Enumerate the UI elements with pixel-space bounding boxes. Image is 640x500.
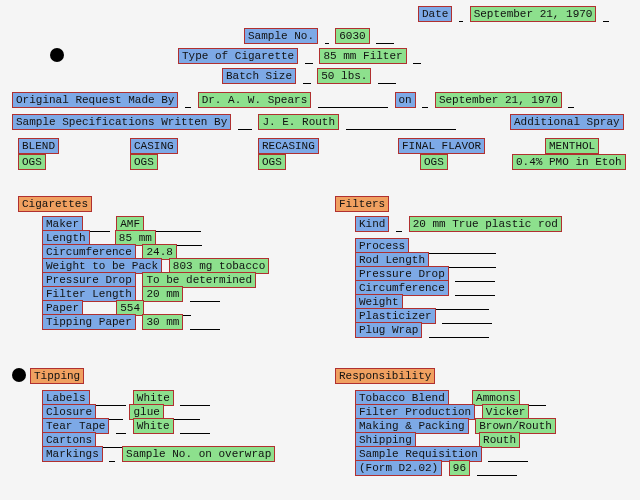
on-label: on — [395, 92, 416, 108]
type-label: Type of Cigarette — [178, 48, 298, 64]
casing-label: CASING — [130, 138, 178, 154]
tipping-heading: Tipping — [30, 368, 84, 384]
orig-request-by: Dr. A. W. Spears — [198, 92, 312, 108]
blend-label: BLEND — [18, 138, 59, 154]
cigarettes-heading: Cigarettes — [18, 196, 92, 212]
recasing-label: RECASING — [258, 138, 319, 154]
filters-heading: Filters — [335, 196, 389, 212]
date-label: Date — [418, 6, 452, 22]
ogs-4: OGS — [420, 154, 448, 170]
sample-no-label: Sample No. — [244, 28, 318, 44]
batch-label: Batch Size — [222, 68, 296, 84]
addl-spray-label: Additional Spray — [510, 114, 624, 130]
ogs-3: OGS — [258, 154, 286, 170]
tip-label: Tipping Paper — [42, 314, 136, 330]
batch-value: 50 lbs. — [317, 68, 371, 84]
bullet-icon — [12, 368, 26, 382]
sample-no-value: 6030 — [335, 28, 369, 44]
bullet-icon — [50, 48, 64, 62]
form-label: (Form D2.02) — [355, 460, 442, 476]
date-value: September 21, 1970 — [470, 6, 597, 22]
on-value: September 21, 1970 — [435, 92, 562, 108]
spec-label: Sample Specifications Written By — [12, 114, 231, 130]
ogs-1: OGS — [18, 154, 46, 170]
menthol-value: 0.4% PMO in Etoh — [512, 154, 626, 170]
ogs-2: OGS — [130, 154, 158, 170]
type-value: 85 mm Filter — [319, 48, 406, 64]
plugwrap-label: Plug Wrap — [355, 322, 422, 338]
menthol-label: MENTHOL — [545, 138, 599, 154]
kind-value: 20 mm True plastic rod — [409, 216, 562, 232]
tip-value: 30 mm — [142, 314, 183, 330]
final-flavor-label: FINAL FLAVOR — [398, 138, 485, 154]
form-value: 96 — [449, 460, 470, 476]
markings-label: Markings — [42, 446, 103, 462]
responsibility-heading: Responsibility — [335, 368, 435, 384]
markings-value: Sample No. on overwrap — [122, 446, 275, 462]
spec-value: J. E. Routh — [258, 114, 339, 130]
kind-label: Kind — [355, 216, 389, 232]
orig-request-label: Original Request Made By — [12, 92, 178, 108]
